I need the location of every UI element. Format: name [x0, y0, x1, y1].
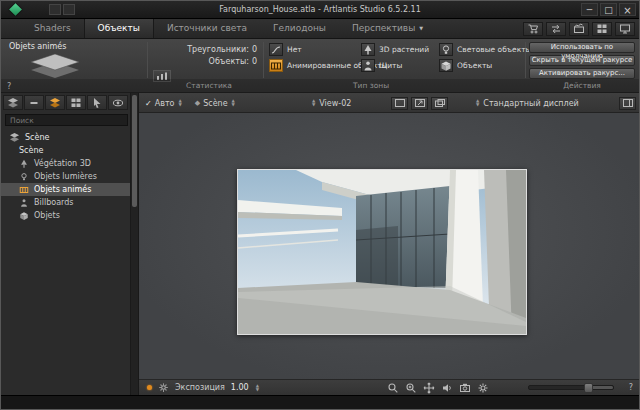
maximize-button[interactable]: □	[600, 3, 617, 16]
minimize-button[interactable]: ─	[581, 3, 598, 16]
viewport-bottom-bar: Экспозиция 1.00 ▲▼ ?	[139, 379, 639, 395]
auto-stepper[interactable]: ▲▼	[178, 99, 181, 106]
tab-shaders[interactable]: Shaders	[21, 19, 84, 38]
panel-toggle-group	[619, 93, 636, 113]
main-area: ✓ Авто ▲▼ ◆ Scène ▲▼ ▲▼ View-02 ▲▼ Станд…	[139, 93, 639, 395]
menubar: Shaders Объекты Источники света Гелиодон…	[1, 19, 639, 39]
type-3d-plants-button[interactable]: 3D растений	[361, 43, 429, 56]
tree-item-billboards[interactable]: Billboards	[1, 196, 130, 209]
navigation-tools: ?	[386, 382, 639, 394]
billboard-person-icon	[361, 59, 375, 72]
camera-icon[interactable]	[458, 382, 473, 394]
type-light-objects-button[interactable]: Световые объекты	[439, 43, 532, 56]
use-default-button[interactable]: Использовать по умолчанию	[529, 42, 635, 53]
scene-icon	[9, 132, 20, 143]
type-billboards-button[interactable]: Щиты	[361, 59, 402, 72]
expand-view-button[interactable]	[411, 97, 428, 110]
sidebar-toolbar	[3, 95, 128, 110]
animated-filter-button[interactable]	[45, 95, 65, 110]
hide-in-view-button[interactable]: Скрыть в текущем ракурсе	[529, 55, 635, 66]
animated-objects-icon	[269, 59, 283, 72]
viewport-toolbar: ✓ Авто ▲▼ ◆ Scène ▲▼ ▲▼ View-02 ▲▼ Станд…	[139, 93, 639, 113]
menubar-icons	[523, 22, 635, 36]
section-labels-strip: Статистика Тип зоны Действия	[1, 79, 639, 92]
scene-selector[interactable]: Scène	[203, 99, 227, 108]
statistics-section-label: Статистика	[169, 79, 249, 92]
tree-icon	[19, 159, 29, 169]
tree-item-vegetation[interactable]: Végétation 3D	[1, 157, 130, 170]
activate-view-button[interactable]: Активировать ракурс...	[529, 68, 635, 79]
actions-block: Использовать по умолчанию Скрыть в текущ…	[529, 42, 635, 81]
zoom-slider[interactable]	[528, 385, 614, 390]
visibility-toggle-button[interactable]	[108, 95, 128, 110]
actions-section-label: Действия	[547, 79, 617, 92]
search-input[interactable]	[5, 114, 128, 126]
tree-icon	[361, 43, 375, 56]
frame-buttons-group	[391, 93, 448, 113]
display-stepper[interactable]: ▲▼	[476, 99, 479, 106]
exposure-value[interactable]: 1.00	[231, 383, 249, 392]
divider	[147, 42, 148, 78]
dash-filter-button[interactable]	[24, 95, 44, 110]
display-selector-group: ▲▼ Стандартный дисплей	[475, 93, 579, 113]
exposure-settings-icon[interactable]	[158, 382, 169, 393]
pan-icon[interactable]	[422, 382, 437, 394]
speaker-icon[interactable]	[440, 382, 455, 394]
triangles-stat: Треугольники:0	[151, 44, 257, 56]
panel-toggle-button[interactable]	[619, 97, 636, 110]
billboard-person-icon	[19, 198, 29, 208]
gear-icon[interactable]	[476, 382, 491, 394]
viewport[interactable]	[139, 113, 639, 379]
tree-item-scene-root[interactable]: Scène	[1, 131, 130, 144]
scene-tree: Scène Scène Végétation 3D Objets lumière…	[1, 131, 130, 222]
auto-checkbox[interactable]: ✓	[145, 99, 152, 108]
titlebar: Farquharson_House.atla - Artlantis Studi…	[1, 1, 639, 19]
close-button[interactable]: ×	[619, 3, 636, 16]
tree-item-light-objects[interactable]: Objets lumières	[1, 170, 130, 183]
type-zone-section-label: Тип зоны	[331, 79, 411, 92]
zoom-slider-thumb[interactable]	[584, 383, 593, 393]
window-controls: ─ □ ×	[581, 3, 636, 16]
monitor-icon[interactable]	[615, 22, 635, 36]
status-strip	[1, 395, 639, 409]
tab-objects[interactable]: Объекты	[84, 19, 154, 38]
swap-arrows-icon[interactable]	[546, 22, 566, 36]
tab-perspectives[interactable]: Перспективы▼	[339, 19, 436, 38]
layers-filter-button[interactable]	[3, 95, 23, 110]
scene-stepper[interactable]: ▲▼	[232, 99, 235, 106]
sidebar-scrollbar[interactable]	[130, 93, 138, 395]
scrollbar-thumb[interactable]	[132, 95, 137, 207]
view-stepper[interactable]: ▲▼	[312, 99, 315, 106]
fit-view-button[interactable]	[391, 97, 408, 110]
dual-view-button[interactable]	[431, 97, 448, 110]
type-objects-button[interactable]: Объекты	[439, 59, 492, 72]
window-title: Farquharson_House.atla - Artlantis Studi…	[1, 1, 639, 19]
statistics-block: Треугольники:0 Объекты:0	[151, 44, 257, 68]
tree-item-animated-objects[interactable]: Objets animés	[1, 183, 130, 196]
view-selector[interactable]: View-02	[319, 99, 351, 108]
tree-item-scene[interactable]: Scène	[1, 144, 130, 157]
type-none-button[interactable]: Нет	[269, 43, 302, 56]
sidebar: Scène Scène Végétation 3D Objets lumière…	[1, 93, 139, 395]
divider	[263, 42, 264, 78]
tab-heliodons[interactable]: Гелиодоны	[260, 19, 339, 38]
view-selector-group: ▲▼ View-02	[311, 93, 351, 113]
apps-grid-icon[interactable]	[592, 22, 612, 36]
help-button[interactable]: ?	[629, 383, 633, 392]
cart-icon[interactable]	[523, 22, 543, 36]
cube-icon	[19, 211, 29, 221]
preview-render[interactable]	[237, 169, 527, 335]
scene-diamond-icon: ◆	[195, 99, 200, 107]
animated-objects-large-icon	[27, 52, 83, 80]
cursor-tool-button[interactable]	[87, 95, 107, 110]
tab-lights[interactable]: Источники света	[154, 19, 260, 38]
app-window: Farquharson_House.atla - Artlantis Studi…	[0, 0, 640, 410]
media-icon[interactable]	[569, 22, 589, 36]
display-selector[interactable]: Стандартный дисплей	[483, 99, 578, 108]
zoom-icon[interactable]	[386, 382, 401, 394]
chevron-down-icon: ▼	[419, 19, 423, 38]
exposure-stepper[interactable]: ▲▼	[256, 384, 259, 391]
magnify-icon[interactable]	[404, 382, 419, 394]
grid-view-button[interactable]	[66, 95, 86, 110]
tree-item-objects[interactable]: Objets	[1, 209, 130, 222]
